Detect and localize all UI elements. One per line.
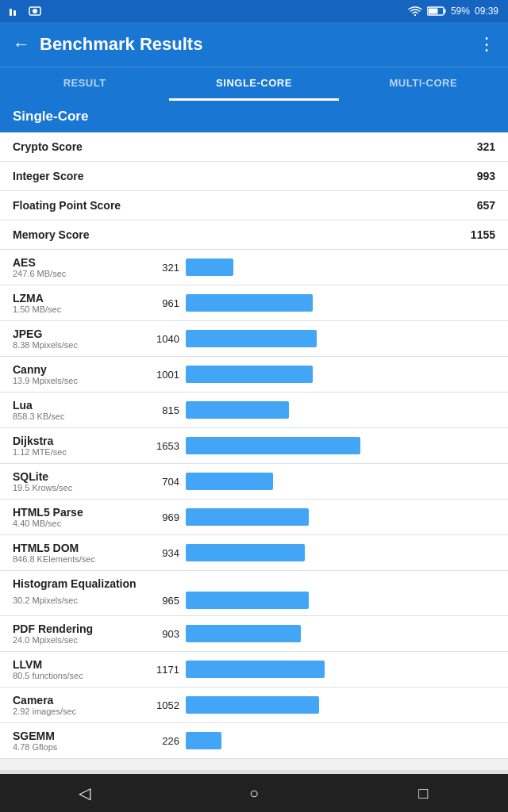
tab-multi-core[interactable]: MULTI-CORE bbox=[339, 67, 508, 101]
bench-bar-container-jpeg bbox=[186, 330, 495, 347]
bench-sub-camera: 2.92 images/sec bbox=[13, 707, 140, 716]
bench-bar-sqlite bbox=[186, 473, 273, 490]
bench-name-canny: Canny bbox=[13, 363, 140, 376]
bench-name-dijkstra: Dijkstra bbox=[13, 435, 140, 447]
bench-row-llvm: LLVM 80.5 functions/sec 1171 bbox=[0, 652, 508, 688]
bench-bar-container-aes bbox=[186, 259, 495, 276]
bench-bar-pdf bbox=[186, 625, 301, 642]
wifi-icon bbox=[408, 6, 422, 17]
bench-name-sgemm: SGEMM bbox=[13, 730, 140, 742]
bench-sub-html5parse: 4.40 MB/sec bbox=[13, 519, 140, 528]
time-display: 09:39 bbox=[475, 6, 498, 17]
bench-score-camera: 1052 bbox=[140, 699, 179, 711]
crypto-score-row: Crypto Score 321 bbox=[0, 132, 508, 162]
bench-sub-pdf: 24.0 Mpixels/sec bbox=[13, 635, 140, 645]
nav-back-button[interactable]: ◁ bbox=[69, 777, 101, 809]
bench-score-lua: 815 bbox=[140, 404, 179, 416]
top-bar: ← Benchmark Results ⋮ bbox=[0, 22, 508, 67]
bench-name-sqlite: SQLite bbox=[13, 470, 140, 483]
bench-name-aes: AES bbox=[13, 256, 140, 269]
bench-bar-lzma bbox=[186, 294, 313, 312]
bench-bar-histogram bbox=[186, 592, 309, 609]
bench-score-pdf: 903 bbox=[140, 628, 179, 640]
bench-bar-camera bbox=[186, 696, 319, 714]
bench-bar-container-dijkstra bbox=[186, 437, 495, 454]
memory-score-label: Memory Score bbox=[13, 228, 89, 241]
bench-row-histogram: Histogram Equalization 30.2 Mpixels/sec … bbox=[0, 571, 508, 616]
bench-name-html5dom: HTML5 DOM bbox=[13, 542, 140, 554]
tab-single-core[interactable]: SINGLE-CORE bbox=[169, 67, 338, 101]
bench-bar-canny bbox=[186, 366, 313, 383]
bench-bar-container-html5dom bbox=[186, 544, 495, 561]
bottom-nav: ◁ ○ □ bbox=[0, 774, 508, 812]
bench-row-html5dom: HTML5 DOM 846.8 KElements/sec 934 bbox=[0, 535, 508, 571]
bench-name-html5parse: HTML5 Parse bbox=[13, 506, 140, 519]
bench-sub-histogram: 30.2 Mpixels/sec bbox=[13, 596, 140, 605]
fp-score-value: 657 bbox=[477, 199, 495, 212]
bench-row-lua: Lua 858.3 KB/sec 815 bbox=[0, 393, 508, 428]
bench-bar-aes bbox=[186, 259, 233, 276]
bench-row-aes: AES 247.6 MB/sec 321 bbox=[0, 250, 508, 285]
bench-sub-aes: 247.6 MB/sec bbox=[13, 269, 140, 278]
nav-recent-button[interactable]: □ bbox=[407, 777, 439, 809]
memory-score-value: 1155 bbox=[471, 228, 495, 241]
svg-point-3 bbox=[33, 9, 37, 13]
battery-percent: 59% bbox=[451, 6, 470, 17]
bench-bar-container-lzma bbox=[186, 294, 495, 312]
bench-sub-llvm: 80.5 functions/sec bbox=[13, 671, 140, 680]
crypto-score-value: 321 bbox=[477, 140, 495, 153]
bench-score-lzma: 961 bbox=[140, 297, 179, 309]
tab-bar: RESULT SINGLE-CORE MULTI-CORE bbox=[0, 67, 508, 101]
top-bar-left: ← Benchmark Results bbox=[13, 34, 202, 55]
section-header: Single-Core bbox=[0, 101, 508, 132]
bench-row-sqlite: SQLite 19.5 Krows/sec 704 bbox=[0, 464, 508, 500]
svg-point-4 bbox=[414, 14, 416, 16]
bench-name-camera: Camera bbox=[13, 694, 140, 707]
bench-name-lzma: LZMA bbox=[13, 292, 140, 304]
bench-name-llvm: LLVM bbox=[13, 658, 140, 671]
bench-bar-container-html5parse bbox=[186, 508, 495, 526]
svg-rect-6 bbox=[444, 10, 446, 13]
bench-row-canny: Canny 13.9 Mpixels/sec 1001 bbox=[0, 357, 508, 393]
score-group: Crypto Score 321 Integer Score 993 Float… bbox=[0, 132, 508, 250]
more-button[interactable]: ⋮ bbox=[478, 34, 495, 55]
bench-bar-lua bbox=[186, 401, 289, 419]
bench-bar-jpeg bbox=[186, 330, 317, 347]
bench-row-camera: Camera 2.92 images/sec 1052 bbox=[0, 688, 508, 723]
integer-score-value: 993 bbox=[477, 170, 495, 182]
bench-score-dijkstra: 1653 bbox=[140, 440, 179, 452]
bench-sub-sqlite: 19.5 Krows/sec bbox=[13, 483, 140, 492]
bench-sub-html5dom: 846.8 KElements/sec bbox=[13, 554, 140, 564]
battery-icon bbox=[427, 6, 446, 16]
svg-rect-7 bbox=[428, 9, 437, 14]
integer-score-row: Integer Score 993 bbox=[0, 162, 508, 191]
bench-bar-container-llvm bbox=[186, 661, 495, 678]
tab-result[interactable]: RESULT bbox=[0, 67, 169, 101]
status-bar-right: 59% 09:39 bbox=[408, 6, 498, 17]
bench-name-jpeg: JPEG bbox=[13, 327, 140, 340]
bench-row-dijkstra: Dijkstra 1.12 MTE/sec 1653 bbox=[0, 428, 508, 464]
bench-bar-sgemm bbox=[186, 732, 221, 749]
crypto-score-label: Crypto Score bbox=[13, 140, 83, 153]
bench-score-jpeg: 1040 bbox=[140, 333, 179, 345]
bench-bar-container-camera bbox=[186, 696, 495, 714]
bench-score-html5dom: 934 bbox=[140, 547, 179, 559]
benchmark-group: AES 247.6 MB/sec 321 LZMA 1.50 MB/sec 96… bbox=[0, 250, 508, 759]
status-bar-left bbox=[10, 6, 41, 17]
back-button[interactable]: ← bbox=[13, 34, 30, 55]
bench-name-lua: Lua bbox=[13, 399, 140, 412]
bench-bar-container-pdf bbox=[186, 625, 495, 642]
bench-score-html5parse: 969 bbox=[140, 511, 179, 523]
status-bar: 59% 09:39 bbox=[0, 0, 508, 22]
nav-home-button[interactable]: ○ bbox=[238, 777, 270, 809]
bench-sub-dijkstra: 1.12 MTE/sec bbox=[13, 447, 140, 457]
bench-bar-dijkstra bbox=[186, 437, 360, 454]
bench-bar-container-lua bbox=[186, 401, 495, 419]
bench-bar-container-sgemm bbox=[186, 732, 495, 749]
bench-sub-lua: 858.3 KB/sec bbox=[13, 412, 140, 421]
bench-name-pdf: PDF Rendering bbox=[13, 622, 140, 635]
notification-icon bbox=[10, 6, 24, 16]
memory-score-row: Memory Score 1155 bbox=[0, 220, 508, 250]
bench-bar-container-histogram bbox=[186, 592, 495, 609]
bench-row-html5parse: HTML5 Parse 4.40 MB/sec 969 bbox=[0, 500, 508, 535]
